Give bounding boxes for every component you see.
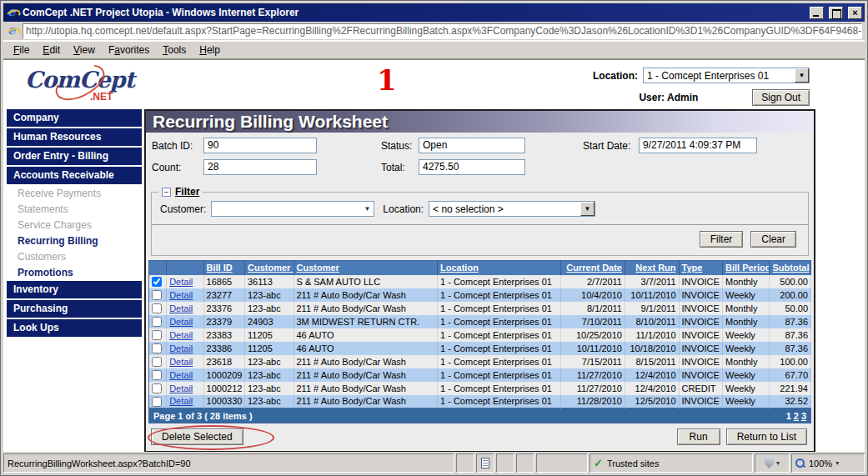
start-date-field[interactable]: 9/27/2011 4:09:37 PM — [639, 138, 757, 153]
detail-link[interactable]: Detail — [169, 370, 193, 380]
column-header-next-run[interactable]: Next Run — [625, 261, 679, 275]
sidebar-item-company[interactable]: Company — [7, 109, 142, 128]
row-checkbox[interactable] — [152, 370, 162, 380]
sidebar-item-service-charges[interactable]: Service Charges — [7, 218, 142, 233]
cell-customer-num: 24903 — [244, 315, 294, 328]
row-checkbox[interactable] — [152, 303, 162, 313]
cell-location: 1 - Comcept Enterprises 01 — [438, 355, 561, 368]
url-field[interactable]: http://utopia.hq.comcept.net/default.asp… — [23, 23, 862, 39]
chevron-down-icon[interactable]: ▼ — [364, 205, 374, 213]
total-label: Total: — [381, 162, 405, 173]
detail-link[interactable]: Detail — [169, 343, 193, 353]
row-checkbox[interactable] — [152, 383, 162, 393]
column-header-customer-[interactable]: Customer # — [244, 261, 294, 275]
browser-window: e ComCept .NET Project Utopia - Windows … — [0, 0, 868, 476]
pager-page-3[interactable]: 3 — [801, 411, 806, 421]
table-row: Detail23277123-abc211 # Auto Body/Car Wa… — [149, 288, 811, 302]
sidebar-item-recurring-billing[interactable]: Recurring Billing — [7, 233, 142, 249]
chevron-down-icon[interactable]: ▼ — [580, 202, 595, 216]
pager-page-2[interactable]: 2 — [794, 411, 799, 421]
sidebar-item-look-ups[interactable]: Look Ups — [7, 319, 142, 338]
column-header-subtotal[interactable]: Subtotal — [770, 261, 811, 275]
cell-bill-period: Weekly — [723, 288, 770, 302]
detail-link[interactable]: Detail — [169, 383, 193, 393]
cell-bill-period: Weekly — [723, 328, 770, 342]
detail-link[interactable]: Detail — [169, 357, 193, 367]
ie-logo-icon: e — [6, 6, 19, 19]
sign-out-button[interactable]: Sign Out — [752, 89, 810, 106]
cell-bill-period: Monthly — [723, 275, 770, 288]
sidebar-item-purchasing[interactable]: Purchasing — [7, 300, 142, 319]
batch-id-field[interactable]: 90 — [203, 138, 317, 153]
row-checkbox[interactable] — [152, 277, 162, 287]
column-header-current-date[interactable]: Current Date — [561, 261, 625, 275]
menu-item-help[interactable]: Help — [193, 43, 227, 58]
row-checkbox[interactable] — [152, 343, 162, 353]
filter-button[interactable]: Filter — [700, 231, 744, 248]
page-favicon-icon: e — [6, 24, 19, 38]
row-checkbox[interactable] — [152, 357, 162, 367]
collapse-icon[interactable]: − — [162, 188, 171, 197]
menu-item-favorites[interactable]: Favorites — [102, 43, 156, 58]
total-field[interactable]: 4275.50 — [419, 159, 525, 175]
cell-current-date: 11/27/2010 — [561, 368, 625, 382]
sidebar-item-accounts-receivable[interactable]: Accounts Receivable — [7, 167, 142, 186]
delete-selected-button[interactable]: Delete Selected — [151, 428, 243, 445]
detail-link[interactable]: Detail — [169, 330, 193, 340]
return-to-list-button[interactable]: Return to List — [726, 428, 807, 445]
count-field[interactable]: 28 — [203, 159, 317, 175]
column-header-customer[interactable]: Customer — [294, 261, 438, 275]
row-checkbox[interactable] — [152, 397, 162, 407]
protection-cell[interactable]: ▾ — [755, 453, 790, 473]
filter-section: − Filter Customer: ▼ Location: < no sele… — [151, 186, 809, 256]
sidebar-item-inventory[interactable]: Inventory — [7, 281, 142, 300]
chevron-down-icon[interactable]: ▾ — [776, 459, 780, 467]
sidebar-item-promotions[interactable]: Promotions — [7, 265, 142, 281]
detail-link[interactable]: Detail — [169, 317, 193, 327]
menu-item-tools[interactable]: Tools — [156, 43, 193, 58]
clear-button[interactable]: Clear — [750, 231, 796, 248]
cell-next-run: 9/1/2011 — [625, 302, 679, 315]
sidebar-item-statements[interactable]: Statements — [7, 202, 142, 218]
chevron-down-icon[interactable]: ▾ — [835, 459, 839, 467]
column-header-location[interactable]: Location — [438, 261, 561, 275]
row-checkbox[interactable] — [152, 317, 162, 327]
pager-page-1: 1 — [786, 411, 791, 421]
row-checkbox[interactable] — [152, 330, 162, 340]
cell-customer-num: 123-abc — [244, 368, 294, 382]
run-button[interactable]: Run — [677, 428, 720, 445]
detail-link[interactable]: Detail — [169, 277, 193, 287]
status-field[interactable]: Open — [419, 138, 525, 153]
detail-link[interactable]: Detail — [169, 396, 193, 406]
sidebar-item-receive-payments[interactable]: Receive Payments — [7, 186, 142, 202]
close-button[interactable]: × — [848, 7, 862, 19]
cell-current-date: 8/1/2011 — [561, 302, 625, 315]
maximize-button[interactable] — [829, 7, 843, 19]
detail-link[interactable]: Detail — [169, 303, 193, 313]
location-select[interactable]: 1 - Comcept Enterprises 01 ▼ — [643, 68, 810, 83]
chevron-down-icon[interactable]: ▼ — [795, 68, 809, 83]
document-icon — [481, 458, 489, 468]
menu-item-edit[interactable]: Edit — [36, 43, 67, 58]
column-header-type[interactable]: Type — [679, 261, 722, 275]
sidebar-item-customers[interactable]: Customers — [7, 249, 142, 265]
menu-item-view[interactable]: View — [67, 43, 102, 58]
cell-next-run: 12/4/2010 — [625, 382, 679, 395]
cell-type: INVOICE — [679, 355, 722, 368]
menu-item-file[interactable]: File — [7, 43, 36, 58]
row-checkbox[interactable] — [152, 290, 162, 300]
cell-location: 1 - Comcept Enterprises 01 — [438, 382, 561, 395]
table-row: Detail1000209123-abc211 # Auto Body/Car … — [149, 368, 811, 382]
zoom-control[interactable]: 100% ▾ — [791, 453, 865, 473]
status-label: Status: — [381, 140, 412, 152]
column-header-bill-id[interactable]: Bill ID — [203, 261, 244, 275]
cell-customer: 46 AUTO — [294, 342, 438, 355]
status-cell — [516, 453, 534, 473]
column-header-bill-period[interactable]: Bill Period — [723, 261, 770, 275]
detail-link[interactable]: Detail — [169, 290, 193, 300]
customer-filter-select[interactable]: ▼ — [211, 201, 374, 217]
sidebar-item-order-entry-billing[interactable]: Order Entry - Billing — [7, 148, 142, 167]
location-filter-select[interactable]: < no selection > ▼ — [429, 201, 595, 217]
sidebar-item-human-resources[interactable]: Human Resources — [7, 128, 142, 148]
minimize-button[interactable] — [810, 7, 824, 19]
